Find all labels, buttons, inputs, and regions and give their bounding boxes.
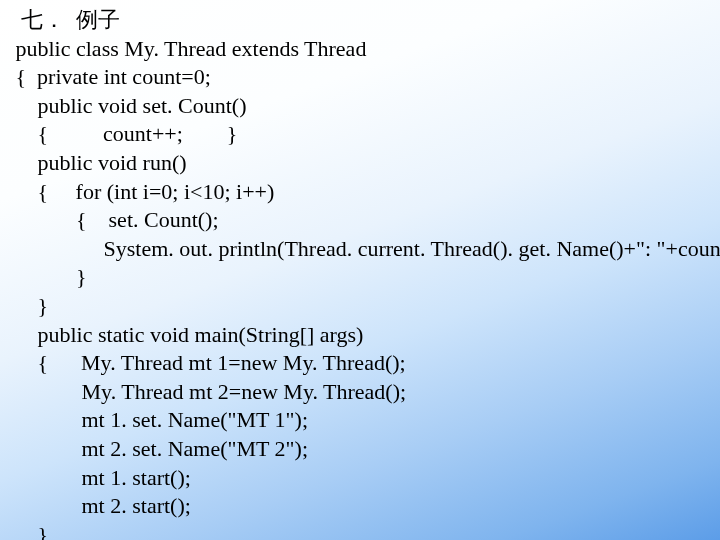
code-line: } bbox=[10, 521, 714, 540]
code-line: mt 2. start(); bbox=[10, 492, 714, 521]
code-line: { count++; } bbox=[10, 120, 714, 149]
code-line: System. out. println(Thread. current. Th… bbox=[10, 235, 714, 264]
code-line: public class My. Thread extends Thread bbox=[10, 35, 714, 64]
code-line: mt 1. set. Name("MT 1"); bbox=[10, 406, 714, 435]
code-line: { for (int i=0; i<10; i++) bbox=[10, 178, 714, 207]
code-line: { My. Thread mt 1=new My. Thread(); bbox=[10, 349, 714, 378]
code-line: { private int count=0; bbox=[10, 63, 714, 92]
code-line: My. Thread mt 2=new My. Thread(); bbox=[10, 378, 714, 407]
slide-heading: 七． 例子 bbox=[10, 6, 714, 35]
code-line: public void run() bbox=[10, 149, 714, 178]
code-line: } bbox=[10, 263, 714, 292]
code-line: public static void main(String[] args) bbox=[10, 321, 714, 350]
code-line: public void set. Count() bbox=[10, 92, 714, 121]
code-line: { set. Count(); bbox=[10, 206, 714, 235]
code-line: } bbox=[10, 292, 714, 321]
code-line: mt 1. start(); bbox=[10, 464, 714, 493]
code-line: mt 2. set. Name("MT 2"); bbox=[10, 435, 714, 464]
